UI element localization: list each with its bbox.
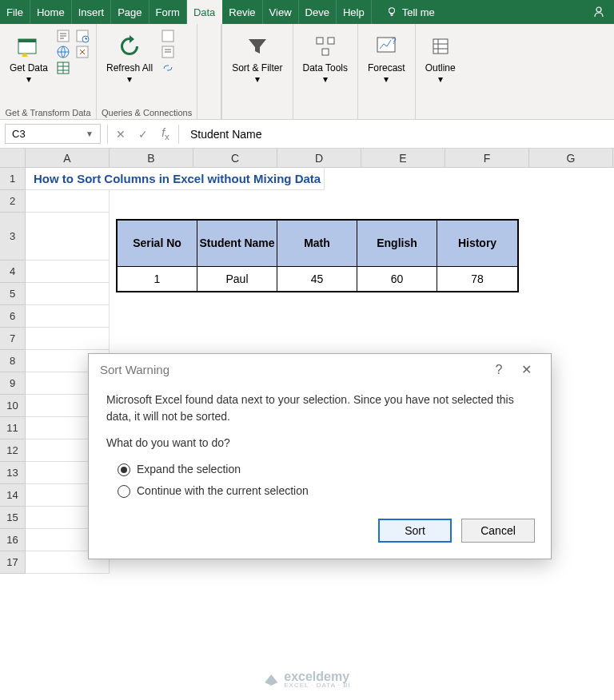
tell-me-label: Tell me <box>402 6 435 18</box>
ribbon-tabs: File Home Insert Page Form Data Revie Vi… <box>0 0 614 24</box>
row-header[interactable]: 15 <box>0 507 26 529</box>
row-header[interactable]: 9 <box>0 372 26 395</box>
sort-filter-button[interactable]: Sort & Filter ▾ <box>227 27 287 89</box>
row-header[interactable]: 16 <box>0 529 26 551</box>
row-header[interactable]: 11 <box>0 417 26 439</box>
chevron-down-icon: ▾ <box>255 74 260 85</box>
radio-expand-selection[interactable]: Expand the selection <box>118 461 533 478</box>
row-header[interactable]: 6 <box>0 305 26 328</box>
table-cell[interactable]: 78 <box>437 267 517 291</box>
funnel-icon <box>245 34 269 58</box>
row-header[interactable]: 10 <box>0 395 26 417</box>
column-headers: A B C D E F G <box>0 149 614 168</box>
sheet-title: How to Sort Columns in Excel without Mix… <box>29 172 321 185</box>
tab-file[interactable]: File <box>0 0 30 24</box>
row-header[interactable]: 17 <box>0 551 26 574</box>
lightbulb-icon <box>386 6 397 18</box>
formula-input[interactable] <box>181 123 614 145</box>
col-header-a[interactable]: A <box>26 149 110 167</box>
name-box[interactable]: C3 ▼ <box>5 124 101 144</box>
data-tools-label: Data Tools <box>303 62 348 74</box>
forecast-icon: ? <box>374 34 398 58</box>
tab-home[interactable]: Home <box>30 0 72 24</box>
dialog-close-button[interactable]: ✕ <box>512 362 540 377</box>
dialog-help-button[interactable]: ? <box>485 363 512 377</box>
table-header[interactable]: Serial No <box>118 221 197 267</box>
tab-view[interactable]: View <box>263 0 299 24</box>
col-header-g[interactable]: G <box>529 149 613 167</box>
properties-icon[interactable] <box>161 45 175 59</box>
dialog-question: What do you want to do? <box>106 435 533 451</box>
existing-conn-icon[interactable] <box>75 45 90 59</box>
tab-help[interactable]: Help <box>337 0 372 24</box>
table-cell[interactable]: Paul <box>197 267 277 291</box>
tab-formulas[interactable]: Form <box>150 0 187 24</box>
tell-me[interactable]: Tell me <box>378 0 443 24</box>
refresh-icon <box>116 33 143 60</box>
data-tools-button[interactable]: Data Tools ▾ <box>298 27 353 89</box>
row-header[interactable]: 2 <box>0 190 26 213</box>
table-header[interactable]: History <box>437 221 517 267</box>
outline-icon <box>429 34 453 58</box>
row-header[interactable]: 3 <box>0 213 26 261</box>
svg-rect-13 <box>328 38 334 44</box>
row-header[interactable]: 13 <box>0 462 26 484</box>
from-text-icon[interactable] <box>56 29 70 43</box>
col-header-f[interactable]: F <box>445 149 529 167</box>
table-header[interactable]: English <box>357 221 437 267</box>
group-outline: Outline ▾ <box>416 24 465 119</box>
from-table-icon[interactable] <box>56 61 70 75</box>
tab-developer[interactable]: Deve <box>299 0 337 24</box>
group-sort-filter: Sort & Filter ▾ <box>221 24 293 119</box>
row-header[interactable]: 12 <box>0 439 26 462</box>
row-header[interactable]: 5 <box>0 283 26 305</box>
queries-icon[interactable] <box>161 29 175 43</box>
refresh-label: Refresh All <box>106 62 153 74</box>
share-button[interactable] <box>584 0 614 24</box>
fx-icon[interactable]: fx <box>154 126 177 141</box>
col-header-c[interactable]: C <box>193 149 277 167</box>
chevron-down-icon: ▾ <box>127 74 132 85</box>
svg-rect-12 <box>317 38 323 44</box>
chevron-down-icon: ▾ <box>384 74 389 85</box>
forecast-button[interactable]: ? Forecast ▾ <box>363 27 410 89</box>
row-header[interactable]: 7 <box>0 328 26 350</box>
row-header[interactable]: 1 <box>0 168 26 190</box>
table-cell[interactable]: 1 <box>118 267 197 291</box>
group-queries-label: Queries & Connections <box>102 106 192 119</box>
edit-links-icon[interactable] <box>161 61 175 75</box>
table-header[interactable]: Student Name <box>197 221 277 267</box>
from-web-icon[interactable] <box>56 45 70 59</box>
tab-insert[interactable]: Insert <box>72 0 112 24</box>
row-header[interactable]: 8 <box>0 350 26 372</box>
row-header[interactable]: 14 <box>0 484 26 507</box>
outline-button[interactable]: Outline ▾ <box>421 27 460 89</box>
cancel-formula-icon[interactable]: ✕ <box>110 128 132 141</box>
sort-button[interactable]: Sort <box>378 519 452 543</box>
accept-formula-icon[interactable]: ✓ <box>132 128 154 141</box>
tab-review[interactable]: Revie <box>222 0 262 24</box>
get-data-button[interactable]: Get Data ▾ <box>5 27 53 89</box>
cell-reference: C3 <box>12 128 26 140</box>
sort-warning-dialog: Sort Warning ? ✕ Microsoft Excel found d… <box>88 353 552 559</box>
refresh-all-button[interactable]: Refresh All ▾ <box>102 27 157 89</box>
row-header[interactable]: 4 <box>0 261 26 283</box>
col-header-e[interactable]: E <box>361 149 445 167</box>
chevron-down-icon: ▾ <box>438 74 443 85</box>
tab-data[interactable]: Data <box>187 0 222 24</box>
cancel-button[interactable]: Cancel <box>461 519 535 543</box>
table-header[interactable]: Math <box>277 221 357 267</box>
tab-page[interactable]: Page <box>111 0 149 24</box>
radio-continue-selection[interactable]: Continue with the current selection <box>118 483 533 499</box>
dialog-message: Microsoft Excel found data next to your … <box>106 392 533 425</box>
radio-label: Continue with the current selection <box>137 483 309 499</box>
outline-label: Outline <box>425 62 456 74</box>
col-header-d[interactable]: D <box>277 149 361 167</box>
select-all-corner[interactable] <box>0 149 26 167</box>
table-cell[interactable]: 60 <box>357 267 437 291</box>
table-cell[interactable]: 45 <box>277 267 357 291</box>
chevron-down-icon: ▾ <box>323 74 328 85</box>
recent-sources-icon[interactable] <box>75 29 90 43</box>
formula-bar: C3 ▼ ✕ ✓ fx <box>0 120 614 149</box>
col-header-b[interactable]: B <box>110 149 193 167</box>
